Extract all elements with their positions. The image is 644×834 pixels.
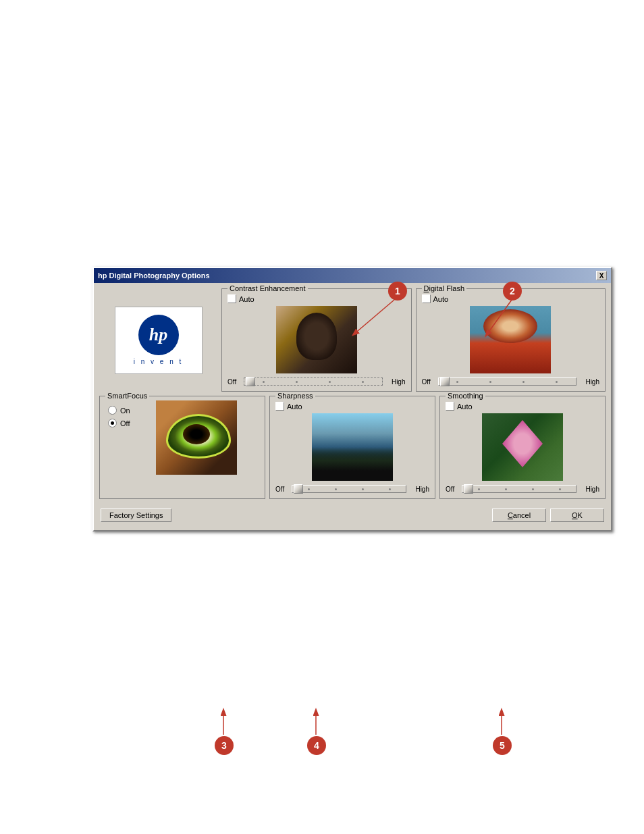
hp-logo-box: hp i n v e n t [115, 307, 203, 374]
smoothing-off-label: Off [446, 486, 459, 493]
smartfocus-panel: SmartFocus On Off [99, 396, 265, 499]
contrast-off-label: Off [227, 378, 241, 386]
smoothing-high-label: High [579, 486, 599, 493]
digital-flash-label: Digital Flash [422, 284, 467, 292]
smoothing-auto-row: Auto [446, 402, 599, 411]
smartfocus-on-radio[interactable] [108, 406, 117, 415]
ok-button[interactable]: OK [550, 509, 604, 522]
contrast-slider-row: Off High [227, 377, 406, 386]
annotation-4: 4 [307, 736, 326, 755]
contrast-high-label: High [385, 378, 406, 386]
sharpness-slider-track[interactable] [292, 485, 406, 493]
smoothing-label: Smoothing [446, 392, 485, 400]
smartfocus-off-label: Off [120, 419, 130, 427]
dialog-window: hp Digital Photography Options X hp i n … [92, 267, 612, 531]
hp-logo: hp [138, 315, 179, 355]
top-row: hp i n v e n t Contrast Enhancement Auto… [99, 288, 606, 392]
slider-dot [263, 381, 265, 383]
dialog-content: hp i n v e n t Contrast Enhancement Auto… [94, 283, 611, 530]
annotation-5: 5 [493, 736, 512, 755]
contrast-auto-label: Auto [239, 295, 254, 303]
digital-flash-slider-row: Off High [422, 377, 600, 386]
annotation-3: 3 [215, 736, 234, 755]
sharpness-off-label: Off [275, 486, 289, 493]
slider-dot [362, 381, 364, 383]
slider-dot [329, 381, 331, 383]
digital-flash-label-rest: igital Flash [429, 284, 464, 292]
slider-dot [296, 381, 298, 383]
factory-settings-button[interactable]: Factory Settings [101, 509, 171, 522]
sharpness-panel: Sharpness Auto Off [269, 396, 435, 499]
cancel-button[interactable]: Cancel [492, 509, 546, 522]
sharpness-slider-thumb[interactable] [294, 484, 303, 494]
contrast-slider-thumb[interactable] [246, 377, 255, 386]
slider-dot [532, 488, 534, 490]
contrast-slider-track[interactable] [244, 377, 383, 386]
slider-dot [559, 488, 561, 490]
smartfocus-inner: On Off [105, 400, 259, 475]
contrast-preview-image [276, 306, 357, 373]
slider-dot [308, 488, 310, 490]
sharpness-label: Sharpness [275, 392, 315, 400]
slider-dot [489, 381, 491, 383]
ok-underline-char: O [572, 511, 578, 519]
sharpness-high-label: High [409, 486, 429, 493]
annotation-2: 2 [503, 282, 522, 301]
digital-flash-panel: Digital Flash Auto Off [416, 288, 606, 392]
sharpness-slider-row: Off High [275, 485, 429, 493]
contrast-enhancement-label: Contrast Enhancement [227, 284, 308, 292]
dialog-titlebar: hp Digital Photography Options X [94, 268, 611, 283]
slider-dot [505, 488, 507, 490]
smartfocus-on-label: On [120, 407, 130, 415]
slider-dot [522, 381, 525, 383]
smoothing-panel: Smoothing Auto Off [439, 396, 606, 499]
logo-area: hp i n v e n t [99, 288, 217, 392]
smartfocus-preview-image [156, 400, 237, 475]
contrast-auto-checkbox[interactable] [227, 294, 236, 303]
sharpness-auto-label: Auto [287, 402, 302, 411]
slider-dot [456, 381, 458, 383]
digital-flash-high-label: High [579, 378, 599, 386]
digital-flash-auto-checkbox[interactable] [422, 294, 431, 303]
smoothing-auto-checkbox[interactable] [446, 402, 454, 411]
slider-dot [362, 488, 364, 490]
contrast-auto-row: Auto [227, 294, 406, 303]
smartfocus-radio-group: On Off [108, 406, 130, 427]
slider-dot [556, 381, 558, 383]
sharpness-auto-checkbox[interactable] [275, 402, 284, 411]
close-button[interactable]: X [596, 271, 607, 280]
digital-flash-off-label: Off [422, 378, 435, 386]
sharpness-auto-row: Auto [275, 402, 429, 411]
ok-label-rest: K [578, 511, 583, 519]
bottom-row: SmartFocus On Off [99, 396, 606, 499]
annotation-1: 1 [388, 282, 407, 301]
sharpness-preview-image [312, 413, 393, 481]
hp-invent-text: i n v e n t [134, 358, 184, 365]
smoothing-slider-track[interactable] [462, 485, 576, 493]
smartfocus-label: SmartFocus [105, 392, 149, 400]
smoothing-auto-label: Auto [457, 402, 473, 411]
cancel-label-rest: ancel [513, 511, 531, 519]
slider-dot [335, 488, 337, 490]
digital-flash-preview-image [470, 306, 551, 373]
slider-dot [389, 488, 391, 490]
slider-dot [478, 488, 480, 490]
smartfocus-on-row: On [108, 406, 130, 415]
smoothing-preview-image [482, 413, 563, 481]
digital-flash-slider-thumb[interactable] [440, 377, 450, 386]
digital-flash-auto-label: Auto [433, 295, 449, 303]
right-buttons: Cancel OK [492, 509, 604, 522]
smoothing-slider-thumb[interactable] [464, 484, 473, 494]
smartfocus-off-row: Off [108, 419, 130, 427]
smoothing-slider-row: Off High [446, 485, 599, 493]
contrast-enhancement-panel: Contrast Enhancement Auto Off [221, 288, 412, 392]
digital-flash-slider-track[interactable] [438, 377, 577, 386]
dialog-title: hp Digital Photography Options [98, 271, 210, 280]
cancel-underline-char: C [508, 511, 513, 519]
action-row: Factory Settings Cancel OK [99, 506, 606, 525]
smartfocus-off-radio[interactable] [108, 419, 117, 427]
